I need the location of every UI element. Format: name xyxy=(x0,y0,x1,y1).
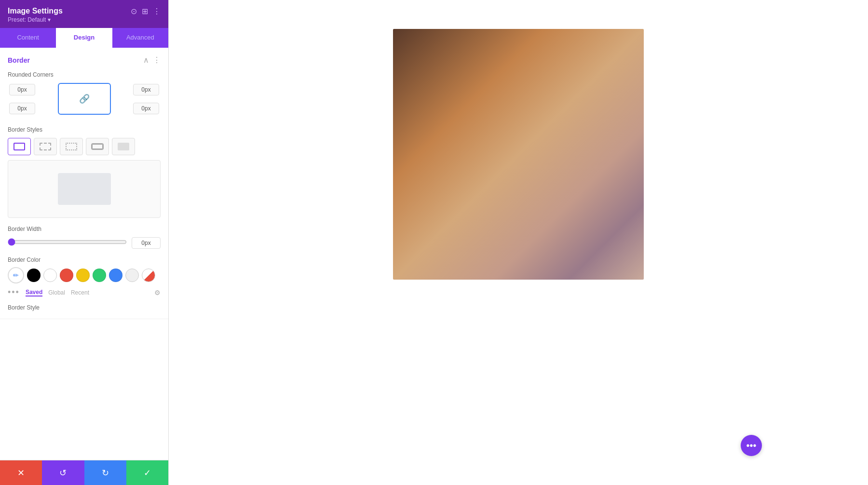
color-swatch-blue[interactable] xyxy=(109,269,122,282)
border-style-dotted[interactable] xyxy=(60,138,83,155)
color-edit-button[interactable]: ✏ xyxy=(8,267,24,283)
header-icons: ⊙ ⊞ ⋮ xyxy=(131,7,161,16)
dotted-icon xyxy=(66,143,77,150)
border-style-bottom-label: Border Style xyxy=(8,304,161,311)
redo-icon: ↻ xyxy=(102,468,109,478)
tab-content[interactable]: Content xyxy=(0,28,56,48)
color-tab-global[interactable]: Global xyxy=(48,289,65,296)
dashed-icon xyxy=(40,143,51,150)
section-title: Border xyxy=(8,56,30,64)
corner-link-box[interactable]: 🔗 xyxy=(58,83,111,115)
undo-icon: ↺ xyxy=(59,468,67,478)
fab-icon: ••• xyxy=(746,440,756,451)
sidebar: Image Settings Preset: Default ▾ ⊙ ⊞ ⋮ C… xyxy=(0,0,169,485)
border-preview-box xyxy=(8,160,161,218)
save-button[interactable]: ✓ xyxy=(126,460,168,485)
more-icon[interactable]: ⋮ xyxy=(153,7,161,16)
color-swatch-white[interactable] xyxy=(43,269,57,282)
color-swatch-black[interactable] xyxy=(27,269,41,282)
cancel-icon: ✕ xyxy=(17,468,25,478)
border-style-none[interactable] xyxy=(112,138,135,155)
color-swatch-yellow[interactable] xyxy=(76,269,90,282)
rounded-corners-label: Rounded Corners xyxy=(8,71,161,78)
border-styles-group: Border Styles xyxy=(8,126,161,218)
border-style-dashed[interactable] xyxy=(34,138,57,155)
border-style-double[interactable] xyxy=(86,138,109,155)
border-styles-label: Border Styles xyxy=(8,126,161,133)
border-width-input[interactable] xyxy=(132,237,161,249)
corner-top-left-input[interactable] xyxy=(9,84,35,95)
border-width-group: Border Width xyxy=(8,226,161,249)
tab-bar: Content Design Advanced xyxy=(0,28,168,48)
corner-bottom-right-input[interactable] xyxy=(133,103,159,114)
link-icon: 🔗 xyxy=(79,94,90,104)
tab-design[interactable]: Design xyxy=(56,28,112,48)
color-swatch-diagonal[interactable] xyxy=(142,269,155,282)
border-section: Border ∧ ⋮ Rounded Corners 🔗 xyxy=(0,48,168,319)
tab-advanced[interactable]: Advanced xyxy=(112,28,168,48)
settings-icon[interactable]: ⊙ xyxy=(131,7,137,16)
undo-button[interactable]: ↺ xyxy=(42,460,84,485)
redo-button[interactable]: ↻ xyxy=(84,460,126,485)
color-tabs: ••• Saved Global Recent ⚙ xyxy=(8,287,161,297)
section-controls: ∧ ⋮ xyxy=(143,55,161,65)
color-tab-recent[interactable]: Recent xyxy=(71,289,89,296)
sidebar-header: Image Settings Preset: Default ▾ ⊙ ⊞ ⋮ xyxy=(0,0,168,28)
section-more-icon[interactable]: ⋮ xyxy=(153,55,161,65)
collapse-icon[interactable]: ∧ xyxy=(143,55,149,65)
color-tab-saved[interactable]: Saved xyxy=(26,289,42,296)
double-icon xyxy=(92,144,103,149)
solid-icon xyxy=(14,143,25,150)
border-preview-inner xyxy=(58,173,111,205)
color-more-dots[interactable]: ••• xyxy=(8,287,20,297)
color-swatch-red[interactable] xyxy=(60,269,73,282)
rounded-corners-group: Rounded Corners 🔗 xyxy=(8,71,161,117)
fab-button[interactable]: ••• xyxy=(741,435,762,456)
main-content: ••• xyxy=(169,0,868,485)
none-icon xyxy=(118,143,129,150)
border-width-label: Border Width xyxy=(8,226,161,232)
color-settings-icon[interactable]: ⚙ xyxy=(154,289,161,296)
save-icon: ✓ xyxy=(144,468,151,478)
color-picker-row: ✏ xyxy=(8,267,161,283)
border-color-group: Border Color ✏ ••• Saved xyxy=(8,256,161,297)
sidebar-content: Border ∧ ⋮ Rounded Corners 🔗 xyxy=(0,48,168,460)
border-style-solid[interactable] xyxy=(8,138,31,155)
color-swatch-light[interactable] xyxy=(125,269,139,282)
section-header: Border ∧ ⋮ xyxy=(8,55,161,65)
border-style-bottom-group: Border Style xyxy=(8,304,161,311)
corner-bottom-left-input[interactable] xyxy=(9,103,35,114)
border-color-label: Border Color xyxy=(8,256,161,263)
color-swatch-green[interactable] xyxy=(93,269,106,282)
cancel-button[interactable]: ✕ xyxy=(0,460,42,485)
layout-icon[interactable]: ⊞ xyxy=(142,7,148,16)
preview-image xyxy=(393,29,644,280)
border-width-slider[interactable] xyxy=(8,238,127,246)
border-style-options xyxy=(8,138,161,155)
bottom-bar: ✕ ↺ ↻ ✓ xyxy=(0,460,168,485)
preset-label[interactable]: Preset: Default ▾ xyxy=(8,16,63,23)
settings-title: Image Settings xyxy=(8,7,63,15)
header-text: Image Settings Preset: Default ▾ xyxy=(8,7,63,23)
rounded-corners-grid: 🔗 xyxy=(8,83,161,117)
slider-wrap xyxy=(8,238,127,248)
pen-icon: ✏ xyxy=(13,271,19,279)
border-width-row xyxy=(8,237,161,249)
corner-top-right-input[interactable] xyxy=(133,84,159,95)
